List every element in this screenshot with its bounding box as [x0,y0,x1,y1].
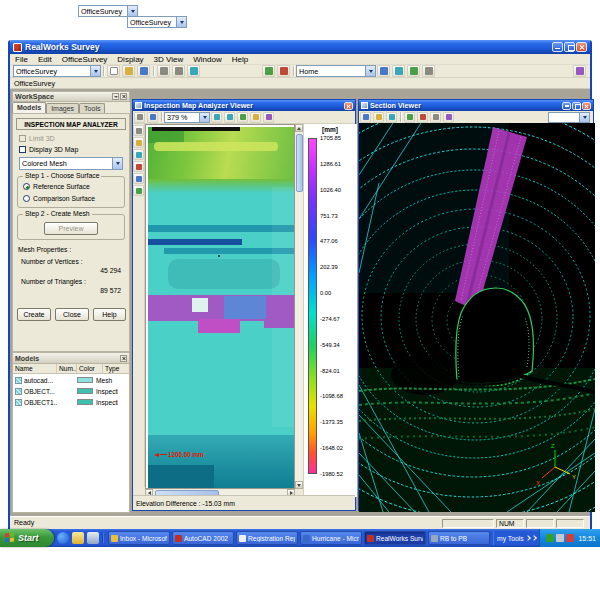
zoom-combo[interactable]: 379 % [164,112,210,123]
scroll-down-icon[interactable] [295,481,303,489]
menu-item-display[interactable]: Display [112,55,148,64]
scrollbar-thumb[interactable] [296,134,303,192]
workspace-menu-icon[interactable] [112,93,119,100]
chevron-down-icon[interactable] [199,113,209,122]
antivirus-tray-icon[interactable] [546,534,554,542]
close-panel-button[interactable]: Close [55,308,89,321]
internet-explorer-icon[interactable] [57,532,69,544]
reference-surface-radio[interactable] [23,183,30,190]
pan-button[interactable] [373,112,384,123]
view-iso-button[interactable] [407,65,420,77]
measure-point-button[interactable] [133,161,144,172]
preview-button[interactable]: Preview [44,222,98,235]
copy-button[interactable] [172,65,185,77]
render-mode-combo[interactable] [548,112,590,123]
annotate-button[interactable] [133,173,144,184]
table-row[interactable]: OBJECT1... Inspecti [13,397,129,407]
volume-tray-icon[interactable] [556,534,564,542]
display-3d-map-checkbox[interactable] [19,146,26,153]
task-autocad[interactable]: AutoCAD 2002 [172,531,234,545]
secondary-toolbar-label[interactable]: OfficeSurvey [10,79,59,88]
task-registration[interactable]: Registration Rep... [236,531,298,545]
rotate-button[interactable] [360,112,371,123]
print-button[interactable] [134,112,145,123]
chevron-down-icon[interactable] [127,6,137,16]
inspection-map-canvas[interactable]: 1200.00 mm [145,124,295,489]
point-size-button[interactable] [430,112,441,123]
status-tray-icon[interactable] [566,534,574,542]
fit-view-button[interactable] [237,112,248,123]
menu-item-file[interactable]: File [10,55,33,64]
menu-item-officesurvey[interactable]: OfficeSurvey [57,55,113,64]
maximize-button[interactable] [572,102,581,110]
section-button[interactable] [417,112,428,123]
section-3d-canvas[interactable]: Z X Y [359,123,595,512]
zoom-button[interactable] [386,112,397,123]
zoom-in-button[interactable] [211,112,222,123]
section-viewer-titlebar[interactable]: Section Viewer [359,100,593,111]
close-button[interactable] [576,42,587,52]
home-combo[interactable]: Home [296,65,376,77]
view-mode-button[interactable] [404,112,415,123]
limit-3d-checkbox[interactable] [19,135,26,142]
maximize-button[interactable] [564,42,575,52]
view-top-button[interactable] [377,65,390,77]
chevron-down-icon[interactable] [176,17,186,27]
help-panel-button[interactable]: Help [93,308,126,321]
grid-button[interactable] [250,112,261,123]
mesh-type-combo[interactable]: Colored Mesh [19,157,123,170]
vertical-scrollbar[interactable] [295,124,303,489]
close-button[interactable] [582,102,591,110]
close-button[interactable] [344,102,353,110]
menu-item-help[interactable]: Help [227,55,253,64]
select-button[interactable] [133,125,144,136]
target-button[interactable] [262,65,275,77]
minimize-button[interactable] [552,42,563,52]
models-caption[interactable]: Models [13,353,129,364]
new-project-button[interactable] [107,65,120,77]
floating-module-combo-2[interactable]: OfficeSurvey [127,16,187,28]
chevron-down-icon[interactable] [90,66,100,76]
zoom-extents-button[interactable] [422,65,435,77]
app-titlebar[interactable]: RealWorks Survey [10,40,590,54]
comparison-surface-radio[interactable] [23,195,30,202]
pan-button[interactable] [133,137,144,148]
table-row[interactable]: autocad... Mesh [13,375,129,385]
chevron-down-icon[interactable] [579,113,589,122]
zoom-window-button[interactable] [133,149,144,160]
task-realworks[interactable]: RealWorks Survey [364,531,426,545]
tab-tools[interactable]: Tools [79,103,105,113]
col-num[interactable]: Num... [57,364,77,373]
col-color[interactable]: Color [77,364,103,373]
create-button[interactable]: Create [17,308,51,321]
col-name[interactable]: Name [13,364,57,373]
tab-models[interactable]: Models [12,102,46,113]
snapshot-button[interactable] [147,112,158,123]
zoom-out-button[interactable] [224,112,235,123]
workspace-caption[interactable]: WorkSpace [12,91,130,102]
workspace-close-icon[interactable] [120,93,127,100]
table-row[interactable]: OBJECT... Inspecti [13,386,129,396]
chevron-down-icon[interactable] [365,66,375,76]
save-button[interactable] [137,65,150,77]
module-combo[interactable]: OfficeSurvey [13,65,101,77]
models-close-icon[interactable] [120,355,127,362]
tab-images[interactable]: Images [46,103,79,113]
color-mode-button[interactable] [443,112,454,123]
task-rb-to-pb[interactable]: RB to PB [428,531,490,545]
chevron-down-icon[interactable] [112,158,122,169]
my-tools-toolbar[interactable]: my Tools [493,531,539,545]
outlook-icon[interactable] [72,532,84,544]
help-tool-button[interactable] [573,65,586,77]
menu-item-edit[interactable]: Edit [33,55,57,64]
paste-button[interactable] [187,65,200,77]
info-button[interactable] [133,185,144,196]
minimize-button[interactable] [562,102,571,110]
inspection-viewer-titlebar[interactable]: Inspection Map Analyzer Viewer [133,100,355,111]
legend-button[interactable] [263,112,274,123]
view-front-button[interactable] [392,65,405,77]
scroll-up-icon[interactable] [295,124,303,132]
measure-button[interactable] [277,65,290,77]
show-desktop-icon[interactable] [87,532,99,544]
task-hurricane[interactable]: Hurricane - Micro... [300,531,362,545]
